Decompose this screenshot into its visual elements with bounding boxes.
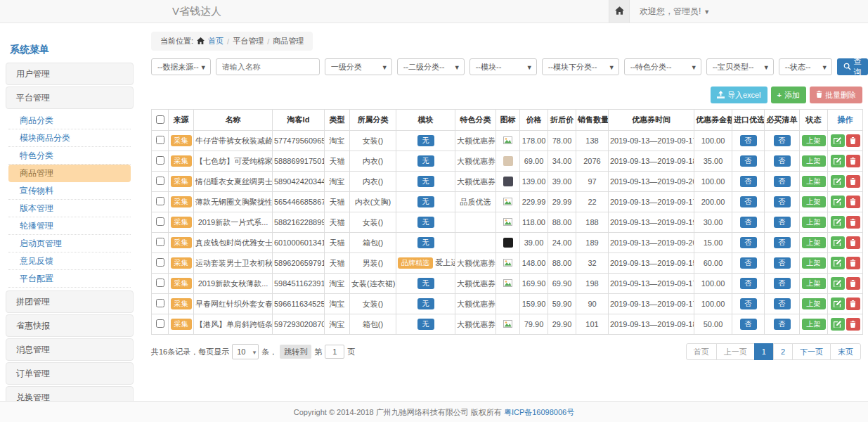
sidebar-item[interactable]: 轮播管理 <box>8 217 131 235</box>
delete-button[interactable] <box>846 298 860 310</box>
must-buy-toggle[interactable]: 否 <box>774 298 791 309</box>
sidebar-group[interactable]: 省惠快报 <box>6 314 134 337</box>
sidebar-group[interactable]: 拼团管理 <box>6 290 134 313</box>
delete-button[interactable] <box>846 155 860 167</box>
status-toggle[interactable]: 上架 <box>802 319 826 330</box>
delete-button[interactable] <box>846 277 860 290</box>
must-buy-toggle[interactable]: 否 <box>774 278 791 289</box>
sidebar-group[interactable]: 平台管理 <box>6 87 134 109</box>
import-select-toggle[interactable]: 否 <box>740 278 757 289</box>
sidebar-item[interactable]: 启动页管理 <box>8 235 131 252</box>
must-buy-toggle[interactable]: 否 <box>774 176 791 187</box>
select-all-checkbox[interactable] <box>156 115 164 124</box>
edit-button[interactable] <box>831 175 845 188</box>
delete-button[interactable] <box>846 236 860 249</box>
page-button[interactable]: 末页 <box>830 343 861 360</box>
sidebar-group[interactable]: 兑换管理 <box>6 386 134 401</box>
sidebar-group[interactable]: 用户管理 <box>6 63 134 85</box>
import-select-toggle[interactable]: 否 <box>740 257 757 269</box>
import-select-toggle[interactable]: 否 <box>740 298 757 309</box>
row-checkbox[interactable] <box>156 217 164 226</box>
status-toggle[interactable]: 上架 <box>802 298 826 309</box>
sidebar-item[interactable]: 意见反馈 <box>8 252 131 270</box>
must-buy-toggle[interactable]: 否 <box>774 319 791 330</box>
status-toggle[interactable]: 上架 <box>802 196 826 207</box>
import-select-toggle[interactable]: 否 <box>740 135 757 146</box>
status-toggle[interactable]: 上架 <box>802 217 826 228</box>
sidebar-item[interactable]: 特色分类 <box>8 147 131 165</box>
import-select-toggle[interactable]: 否 <box>740 217 757 228</box>
edit-button[interactable] <box>831 277 845 290</box>
user-menu[interactable]: 欢迎您，管理员!▼ <box>630 6 710 18</box>
edit-button[interactable] <box>831 236 845 249</box>
filter-select[interactable]: --模块下分类--▼ <box>542 58 619 75</box>
search-button[interactable]: 查询 <box>837 58 868 75</box>
page-button[interactable]: 1 <box>754 343 774 360</box>
import-excel-button[interactable]: 导入excel <box>711 87 767 103</box>
status-toggle[interactable]: 上架 <box>802 278 826 289</box>
edit-button[interactable] <box>831 318 845 331</box>
batch-delete-button[interactable]: 批量删除 <box>810 87 862 103</box>
must-buy-toggle[interactable]: 否 <box>774 135 791 146</box>
name-search-input[interactable] <box>216 58 320 75</box>
row-checkbox[interactable] <box>156 156 164 165</box>
status-toggle[interactable]: 上架 <box>802 176 826 187</box>
import-select-toggle[interactable]: 否 <box>740 237 757 248</box>
row-checkbox[interactable] <box>156 238 164 246</box>
import-select-toggle[interactable]: 否 <box>740 319 757 330</box>
icp-link[interactable]: 粤ICP备16098006号 <box>504 408 574 416</box>
row-checkbox[interactable] <box>156 197 164 205</box>
edit-button[interactable] <box>831 216 845 229</box>
status-toggle[interactable]: 上架 <box>802 135 826 146</box>
delete-button[interactable] <box>846 257 860 269</box>
filter-select[interactable]: --状态--▼ <box>779 58 832 75</box>
sidebar-item[interactable]: 宣传物料 <box>8 182 131 200</box>
status-toggle[interactable]: 上架 <box>802 155 826 167</box>
sidebar-item[interactable]: 版本管理 <box>8 200 131 217</box>
per-page-select[interactable]: 10▾ <box>232 344 259 359</box>
edit-button[interactable] <box>831 298 845 310</box>
edit-button[interactable] <box>831 155 845 167</box>
filter-select[interactable]: --数据来源--▼ <box>151 58 211 75</box>
row-checkbox[interactable] <box>156 299 164 307</box>
sidebar-group[interactable]: 订单管理 <box>6 362 134 385</box>
must-buy-toggle[interactable]: 否 <box>774 196 791 207</box>
sidebar-group[interactable]: 消息管理 <box>6 338 134 361</box>
breadcrumb-home-link[interactable]: 首页 <box>208 36 224 46</box>
row-checkbox[interactable] <box>156 136 164 144</box>
add-button[interactable]: + 添加 <box>771 87 806 103</box>
delete-button[interactable] <box>846 134 860 147</box>
delete-button[interactable] <box>846 196 860 208</box>
import-select-toggle[interactable]: 否 <box>740 155 757 167</box>
page-button[interactable]: 首页 <box>686 343 717 360</box>
filter-select[interactable]: --模块--▼ <box>469 58 537 75</box>
edit-button[interactable] <box>831 196 845 208</box>
filter-select[interactable]: 一级分类▼ <box>325 58 392 75</box>
status-toggle[interactable]: 上架 <box>802 237 826 248</box>
row-checkbox[interactable] <box>156 177 164 185</box>
edit-button[interactable] <box>831 134 845 147</box>
delete-button[interactable] <box>846 318 860 331</box>
must-buy-toggle[interactable]: 否 <box>774 217 791 228</box>
home-button[interactable] <box>609 0 630 23</box>
delete-button[interactable] <box>846 175 860 188</box>
filter-select[interactable]: --特色分类--▼ <box>624 58 701 75</box>
filter-select[interactable]: --二级分类--▼ <box>397 58 465 75</box>
row-checkbox[interactable] <box>156 319 164 328</box>
delete-button[interactable] <box>846 216 860 229</box>
page-button[interactable]: 下一页 <box>792 343 831 360</box>
sidebar-item[interactable]: 商品分类 <box>8 112 131 129</box>
sidebar-item[interactable]: 平台配置 <box>8 270 131 288</box>
jump-button[interactable]: 跳转到 <box>280 345 311 359</box>
status-toggle[interactable]: 上架 <box>802 257 826 269</box>
must-buy-toggle[interactable]: 否 <box>774 237 791 248</box>
filter-select[interactable]: --宝贝类型--▼ <box>706 58 774 75</box>
row-checkbox[interactable] <box>156 279 164 287</box>
jump-page-input[interactable] <box>325 345 344 359</box>
must-buy-toggle[interactable]: 否 <box>774 155 791 167</box>
sidebar-item[interactable]: 商品管理 <box>8 165 131 182</box>
must-buy-toggle[interactable]: 否 <box>774 257 791 269</box>
edit-button[interactable] <box>831 257 845 269</box>
row-checkbox[interactable] <box>156 258 164 267</box>
import-select-toggle[interactable]: 否 <box>740 196 757 207</box>
